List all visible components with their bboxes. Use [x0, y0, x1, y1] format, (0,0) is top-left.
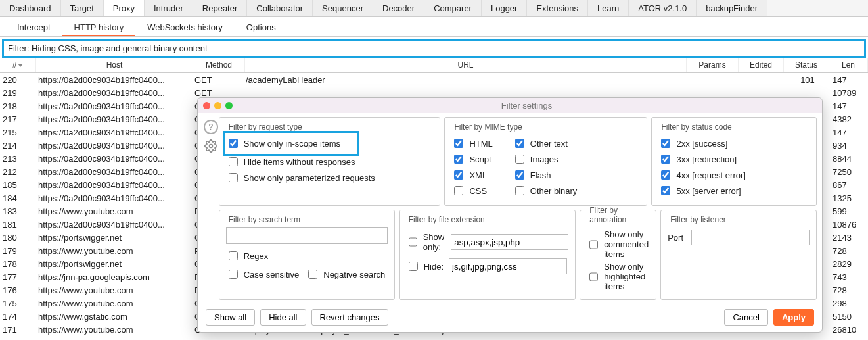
chk-3xx[interactable]: 3xx [redirection] — [658, 153, 810, 166]
chk-images[interactable]: Images — [513, 153, 578, 166]
cancel-button[interactable]: Cancel — [724, 309, 767, 326]
col-status[interactable]: Status — [784, 58, 829, 72]
chk-regex[interactable]: Regex — [226, 249, 269, 262]
chk-case[interactable]: Case sensitive — [226, 268, 300, 281]
tab-extensions[interactable]: Extensions — [527, 0, 588, 16]
subtab-websockets-history[interactable]: WebSockets history — [135, 20, 235, 36]
revert-button[interactable]: Revert changes — [311, 309, 388, 326]
subtab-intercept[interactable]: Intercept — [5, 20, 62, 36]
port-input[interactable] — [691, 230, 810, 245]
chk-4xx[interactable]: 4xx [request error] — [658, 168, 810, 182]
box-label: Filter by annotation — [587, 206, 649, 224]
box-extension: Filter by file extension Show only: Hide… — [399, 210, 576, 300]
tab-target[interactable]: Target — [61, 0, 104, 16]
hide-ext-input[interactable] — [449, 258, 567, 274]
col-params[interactable]: Params — [687, 58, 739, 72]
minimize-icon[interactable] — [214, 102, 221, 109]
svg-point-0 — [209, 145, 212, 148]
tab-dashboard[interactable]: Dashboard — [0, 0, 61, 16]
tab-backupfinder[interactable]: backupFinder — [697, 0, 767, 16]
box-request-type: Filter by request type Show only in-scop… — [219, 117, 441, 206]
gear-icon[interactable] — [204, 139, 217, 153]
subtab-http-history[interactable]: HTTP history — [62, 20, 136, 36]
box-label: Filter by search term — [226, 215, 303, 224]
tab-logger[interactable]: Logger — [482, 0, 527, 16]
chk-css[interactable]: CSS — [451, 184, 492, 197]
box-label: Filter by request type — [226, 122, 305, 132]
tab-intruder[interactable]: Intruder — [145, 0, 193, 16]
tab-collaborator[interactable]: Collaborator — [247, 0, 313, 16]
chk-2xx[interactable]: 2xx [success] — [658, 137, 810, 150]
box-label: Filter by file extension — [406, 215, 488, 224]
chk-inscope[interactable]: Show only in-scope items — [226, 137, 340, 150]
subtab-options[interactable]: Options — [235, 20, 288, 36]
search-term-input[interactable] — [226, 227, 388, 244]
maximize-icon[interactable] — [225, 102, 233, 109]
box-listener: Filter by listener Port — [660, 210, 817, 300]
chk-hide-no-response[interactable]: Hide items without responses — [226, 155, 434, 168]
chk-html[interactable]: HTML — [451, 137, 492, 150]
tab-decoder[interactable]: Decoder — [373, 0, 424, 16]
box-label: Filter by status code — [658, 122, 734, 132]
box-annotation: Filter by annotation Show only commented… — [580, 210, 656, 300]
tab-proxy[interactable]: Proxy — [104, 0, 145, 16]
close-icon[interactable] — [203, 102, 210, 109]
port-label: Port — [668, 233, 683, 243]
chk-xml[interactable]: XML — [451, 168, 492, 182]
help-icon[interactable]: ? — [204, 120, 218, 134]
box-status: Filter by status code 2xx [success] 3xx … — [651, 117, 817, 206]
filter-bar[interactable]: Filter: Hiding CSS, image and general bi… — [2, 39, 866, 58]
chk-highlighted[interactable]: Show only highlighted items — [587, 262, 649, 291]
dialog-titlebar[interactable]: Filter settings — [198, 98, 822, 113]
sub-tabs: InterceptHTTP historyWebSockets historyO… — [0, 17, 868, 37]
table-header: # Host Method URL Params Edited Status L… — [0, 58, 868, 73]
show-all-button[interactable]: Show all — [206, 309, 255, 326]
show-only-ext-input[interactable] — [451, 234, 568, 250]
chk-show-only-ext[interactable]: Show only: — [406, 232, 446, 252]
tab-learn[interactable]: Learn — [588, 0, 629, 16]
col-edited[interactable]: Edited — [739, 58, 784, 72]
tab-ator-v2-1-0[interactable]: ATOR v2.1.0 — [629, 0, 697, 16]
apply-button[interactable]: Apply — [773, 309, 814, 326]
chk-5xx[interactable]: 5xx [server error] — [658, 184, 810, 197]
col-method[interactable]: Method — [193, 58, 245, 72]
dialog-title: Filter settings — [237, 101, 817, 110]
chk-flash[interactable]: Flash — [513, 168, 578, 182]
box-label: Filter by MIME type — [451, 122, 524, 132]
chk-commented[interactable]: Show only commented items — [587, 230, 649, 259]
col-number[interactable]: # — [0, 58, 36, 72]
col-len[interactable]: Len — [829, 58, 868, 72]
chk-other-text[interactable]: Other text — [513, 137, 578, 150]
tab-repeater[interactable]: Repeater — [193, 0, 247, 16]
chk-other-binary[interactable]: Other binary — [513, 184, 578, 197]
box-mime: Filter by MIME type HTML Script XML CSS … — [444, 117, 647, 206]
tab-sequencer[interactable]: Sequencer — [313, 0, 373, 16]
chk-negative[interactable]: Negative search — [306, 268, 385, 281]
chk-parameterized[interactable]: Show only parameterized requests — [226, 171, 434, 184]
col-url[interactable]: URL — [245, 58, 687, 72]
col-host[interactable]: Host — [36, 58, 193, 72]
hide-all-button[interactable]: Hide all — [260, 309, 306, 326]
filter-settings-dialog: Filter settings ? Filter by request type… — [197, 97, 823, 333]
chk-script[interactable]: Script — [451, 153, 492, 166]
top-tabs: DashboardTargetProxyIntruderRepeaterColl… — [0, 0, 868, 17]
tab-comparer[interactable]: Comparer — [424, 0, 482, 16]
box-label: Filter by listener — [668, 215, 729, 224]
table-row[interactable]: 220https://0a2d00c9034b19ffc0400...GET/a… — [0, 73, 868, 86]
chk-hide-ext[interactable]: Hide: — [406, 260, 444, 273]
box-search: Filter by search term Regex Case sensiti… — [219, 210, 395, 300]
chevron-down-icon — [18, 64, 23, 67]
